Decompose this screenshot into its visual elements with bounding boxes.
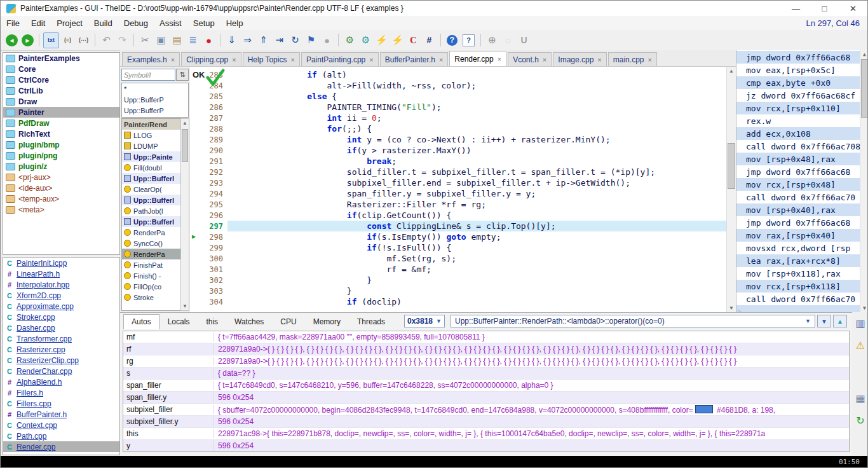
build-gear-icon[interactable]: ⚙ xyxy=(342,33,357,48)
asm-line[interactable]: mov rax,[rsp+0x40] xyxy=(736,229,860,242)
symbol-item[interactable]: RenderPa xyxy=(122,227,181,238)
oval-mode-icon[interactable]: (⋯) xyxy=(76,33,91,48)
stop-icon[interactable]: ● xyxy=(320,33,334,48)
file-item[interactable]: CRasterizerClip.cpp xyxy=(3,355,119,366)
close-tab-icon[interactable]: × xyxy=(232,56,236,64)
asm-line[interactable]: ▷ xyxy=(736,305,860,312)
asm-line[interactable]: add ecx,0x108 xyxy=(736,127,860,140)
tab-image-cpp[interactable]: Image.cpp× xyxy=(553,52,606,66)
asm-line[interactable]: cmp eax,byte +0x0 xyxy=(736,76,860,89)
line-number[interactable]: 296 xyxy=(200,211,227,220)
asm-line[interactable]: call dword 0x7ff66ac70 xyxy=(736,191,860,203)
breakpoint-gutter[interactable] xyxy=(190,286,200,296)
package-item[interactable]: PainterExamples xyxy=(3,53,119,64)
code-line[interactable]: 284 alt->Fill(width, ~rss, color); xyxy=(190,80,727,91)
line-number[interactable]: 302 xyxy=(200,276,227,285)
close-button[interactable]: ✕ xyxy=(839,1,867,16)
upp-icon[interactable]: U xyxy=(517,33,531,48)
scroll-up-icon[interactable]: ▲ xyxy=(727,67,736,75)
asm-line[interactable]: mov eax,[rsp+0x5c] xyxy=(736,64,860,76)
run-loop-icon[interactable]: ↻ xyxy=(288,33,302,48)
tab-examples-h[interactable]: Examples.h× xyxy=(122,52,180,66)
symbol-item[interactable]: RenderPa xyxy=(122,249,181,259)
menu-assist[interactable]: Assist xyxy=(154,17,187,29)
symbol-item[interactable]: PathJob(l xyxy=(122,205,181,216)
menu-project[interactable]: Project xyxy=(51,17,88,29)
close-tab-icon[interactable]: × xyxy=(498,55,501,63)
file-item[interactable]: CContext.cpp xyxy=(3,420,119,430)
breakpoint-gutter[interactable] xyxy=(190,145,200,156)
scroll-up-icon[interactable]: ▲ xyxy=(860,50,868,59)
breakpoint-gutter[interactable] xyxy=(190,199,200,210)
tab-main-cpp[interactable]: main.cpp× xyxy=(608,52,657,66)
asm-line[interactable]: mov rcx,[rsp+0x118] xyxy=(736,280,860,292)
symbol-item[interactable]: SyncCo() xyxy=(122,238,181,249)
symbol-item[interactable]: Finish() - xyxy=(122,270,181,281)
watch-row[interactable]: s{ data=?? } xyxy=(123,368,849,380)
code-line[interactable]: 291 break; xyxy=(190,156,727,167)
file-item[interactable]: CFillers.cpp xyxy=(3,398,119,409)
copy-icon[interactable]: ▣ xyxy=(154,33,168,48)
line-number[interactable]: 286 xyxy=(200,103,227,112)
breakpoint-gutter[interactable] xyxy=(190,134,200,145)
asm-line[interactable]: jz dword 0x7ff66ac68cf xyxy=(736,89,860,102)
code-line[interactable]: 292 solid_filler.t = subpixel_filler.t =… xyxy=(190,167,727,177)
breakpoint-gutter[interactable] xyxy=(190,296,200,307)
line-number[interactable]: 287 xyxy=(200,114,227,123)
code-line[interactable]: 300 mf.Set(rg, s); xyxy=(190,253,727,264)
tab-vcont-h[interactable]: Vcont.h× xyxy=(508,52,552,66)
file-item[interactable]: CRasterizer.cpp xyxy=(3,344,119,355)
frame-combo[interactable]: Upp::BufferPainter::RenderPath::<lambda0… xyxy=(451,315,815,327)
line-number[interactable]: 299 xyxy=(200,244,227,252)
package-item[interactable]: plugin/bmp xyxy=(3,139,119,150)
line-number[interactable]: 292 xyxy=(200,168,227,177)
idle-icon[interactable]: ◌ xyxy=(501,33,515,48)
code-line[interactable]: 295 Rasterizer::Filler *rf = rg; xyxy=(190,199,727,210)
package-item[interactable]: <meta> xyxy=(3,204,119,215)
scroll-down-icon[interactable]: ▼ xyxy=(727,304,736,312)
forward-icon[interactable]: ► xyxy=(22,34,34,46)
breakpoint-gutter[interactable] xyxy=(190,167,200,177)
scrollbar-thumb[interactable] xyxy=(182,129,188,162)
symbol-history-item[interactable]: Upp::BufferP xyxy=(122,94,188,105)
sort-icon[interactable]: ⇅ xyxy=(176,69,189,81)
code-line[interactable]: 289 int y = (co ? co->Next() : ii++) + r… xyxy=(190,134,727,145)
paste-icon[interactable]: ▤ xyxy=(170,33,184,48)
code-line[interactable]: 285 else { xyxy=(190,91,727,102)
file-item[interactable]: CRenderChar.cpp xyxy=(3,366,119,376)
watch-row[interactable]: subpixel_filler{ sbuffer=4072c0000000000… xyxy=(123,404,849,416)
redo-icon[interactable]: ↷ xyxy=(115,33,130,48)
disassembly-scrollbar[interactable]: ▲ ▼ xyxy=(860,50,868,312)
package-item[interactable]: Core xyxy=(3,64,119,74)
asm-line[interactable]: call dword 0x7ff66ac708 xyxy=(736,140,860,153)
asm-line[interactable]: jmp dword 0x7ff66ac68 xyxy=(736,51,860,64)
breakpoint-gutter[interactable] xyxy=(190,188,200,199)
file-item[interactable]: #Fillers.h xyxy=(3,387,119,398)
minimize-button[interactable]: — xyxy=(782,1,810,16)
breakpoint-gutter[interactable] xyxy=(190,113,200,123)
close-tab-icon[interactable]: × xyxy=(439,56,443,64)
warnings-icon[interactable]: ⚠ xyxy=(856,340,865,352)
file-item[interactable]: #LinearPath.h xyxy=(3,268,119,279)
code-line[interactable]: 294 span_filler.y = subpixel_filler.y = … xyxy=(190,188,727,199)
line-number[interactable]: 294 xyxy=(200,189,227,198)
symbol-item[interactable]: ClearOp( xyxy=(122,184,181,195)
c-language-icon[interactable]: C xyxy=(406,33,421,48)
scrollbar-thumb[interactable] xyxy=(728,143,735,189)
file-item[interactable]: CApproximate.cpp xyxy=(3,301,119,312)
asm-line[interactable]: mov rcx,[rsp+0x48] xyxy=(736,178,860,191)
tab-render-cpp[interactable]: Render.cpp× xyxy=(449,51,506,66)
menu-debug[interactable]: Debug xyxy=(118,17,154,29)
debug-tab-threads[interactable]: Threads xyxy=(349,314,393,329)
help-icon[interactable]: ? xyxy=(447,35,458,46)
line-number[interactable]: 304 xyxy=(200,298,227,306)
debug-tab-this[interactable]: this xyxy=(198,314,226,329)
symbol-item[interactable]: FinishPat xyxy=(122,259,181,270)
code-line[interactable]: 297 const ClippingLine& s = clip.Top()[y… xyxy=(190,221,727,231)
document-icon[interactable]: ≣ xyxy=(186,33,200,48)
package-item[interactable]: plugin/png xyxy=(3,150,119,161)
package-item[interactable]: <ide-aux> xyxy=(3,182,119,193)
package-item[interactable]: CtrlCore xyxy=(3,74,119,85)
close-tab-icon[interactable]: × xyxy=(290,56,294,64)
line-number[interactable]: 298 xyxy=(200,233,227,242)
